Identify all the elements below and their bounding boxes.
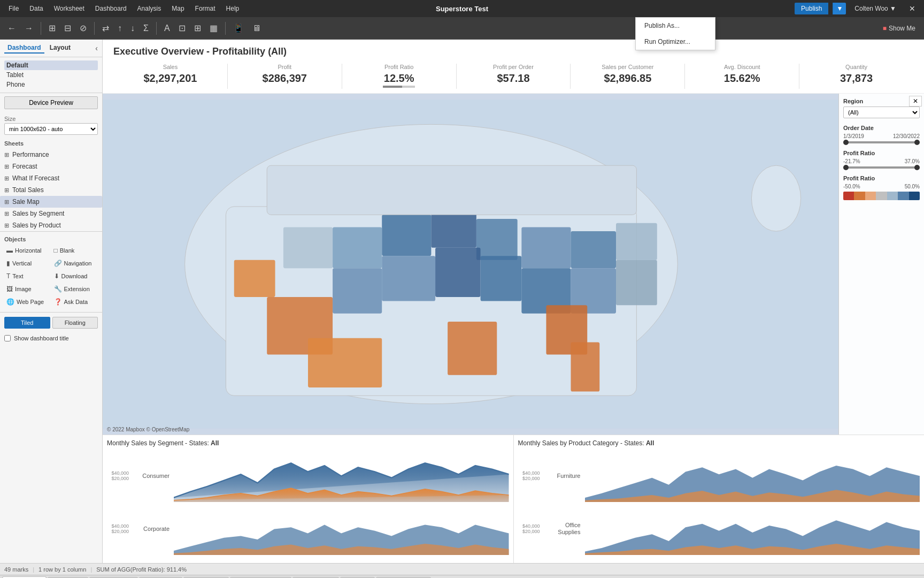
desktop-button[interactable]: 🖥 bbox=[249, 21, 264, 35]
menu-file[interactable]: File bbox=[4, 3, 23, 14]
sheet-whatif[interactable]: ⊞ What If Forecast bbox=[0, 172, 102, 184]
object-image[interactable]: 🖼 Image bbox=[4, 283, 51, 295]
sheet-totalsales[interactable]: ⊞ Total Sales bbox=[0, 184, 102, 196]
filter-date-title: Order Date bbox=[843, 125, 920, 131]
profit-slider-track[interactable] bbox=[843, 166, 920, 169]
date-slider-track[interactable] bbox=[843, 141, 920, 143]
kpi-row: Sales $2,297,201 Profit $286,397 Profit … bbox=[113, 64, 913, 89]
status-marks: 49 marks bbox=[4, 566, 28, 573]
profit-slider-thumb-left[interactable] bbox=[843, 165, 849, 170]
sidebar-collapse-button[interactable]: ‹ bbox=[95, 44, 98, 52]
object-blank[interactable]: □ Blank bbox=[52, 245, 98, 256]
svg-rect-11 bbox=[571, 231, 616, 268]
device-preview-button[interactable]: Device Preview bbox=[4, 96, 98, 109]
size-button[interactable]: ⊡ bbox=[175, 21, 189, 35]
sheet-icon: ⊞ bbox=[4, 163, 9, 170]
show-title-row: Show dashboard title bbox=[0, 333, 102, 344]
sheets-label: Sheets bbox=[0, 138, 102, 149]
menu-format[interactable]: Format bbox=[191, 3, 220, 14]
sheet-icon: ⊞ bbox=[4, 151, 9, 158]
menu-bar: File Data Worksheet Dashboard Analysis M… bbox=[0, 0, 924, 17]
sidebar: Dashboard Layout ‹ Default Tablet Phone … bbox=[0, 40, 103, 563]
show-me-toggle[interactable]: ■ Show Me bbox=[879, 22, 920, 34]
filter-legend-title: Profit Ratio bbox=[843, 175, 920, 181]
furniture-label: Furniture bbox=[542, 473, 585, 480]
forward-button[interactable]: → bbox=[21, 21, 36, 35]
user-menu[interactable]: Colten Woo ▼ bbox=[850, 3, 900, 14]
object-extension[interactable]: 🔧 Extension bbox=[52, 283, 98, 295]
floating-button[interactable]: Floating bbox=[52, 317, 98, 329]
fix-button[interactable]: ⊞ bbox=[191, 21, 204, 35]
object-download[interactable]: ⬇ Download bbox=[52, 270, 98, 282]
toolbar-separator-4 bbox=[225, 22, 226, 35]
back-button[interactable]: ← bbox=[4, 21, 19, 35]
sheet-icon: ⊞ bbox=[4, 199, 9, 206]
svg-rect-9 bbox=[521, 227, 571, 268]
corporate-chart[interactable] bbox=[174, 503, 509, 555]
date-slider-thumb-right[interactable] bbox=[914, 140, 920, 145]
close-button[interactable]: ✕ bbox=[905, 2, 920, 15]
tiled-button[interactable]: Tiled bbox=[4, 317, 50, 329]
tab-dashboard[interactable]: Dashboard bbox=[4, 43, 44, 54]
sheet-icon: ⊞ bbox=[4, 175, 9, 182]
object-webpage[interactable]: 🌐 Web Page bbox=[4, 296, 51, 308]
consumer-chart[interactable] bbox=[174, 450, 509, 502]
sheet-performance[interactable]: ⊞ Performance bbox=[0, 149, 102, 161]
object-text[interactable]: T Text bbox=[4, 270, 51, 282]
size-select[interactable]: min 1000x620 - auto bbox=[4, 123, 98, 135]
sort-asc-button[interactable]: ↑ bbox=[114, 21, 125, 35]
publish-as-item[interactable]: Publish As... bbox=[636, 18, 715, 34]
map-visualization[interactable] bbox=[103, 94, 924, 435]
device-tablet[interactable]: Tablet bbox=[4, 70, 98, 80]
date-slider-thumb-left[interactable] bbox=[843, 140, 849, 145]
menu-dashboard[interactable]: Dashboard bbox=[91, 3, 131, 14]
sheet-icon: ⊞ bbox=[4, 187, 9, 194]
duplicate-button[interactable]: ⊟ bbox=[61, 21, 74, 35]
publish-button[interactable]: Publish bbox=[795, 3, 828, 14]
officesupplies-chart[interactable] bbox=[585, 503, 920, 555]
sheet-forecast[interactable]: ⊞ Forecast bbox=[0, 161, 102, 172]
label-button[interactable]: A bbox=[161, 21, 173, 35]
tab-layout[interactable]: Layout bbox=[47, 43, 74, 54]
phone-button[interactable]: 📱 bbox=[230, 21, 247, 35]
run-optimizer-item[interactable]: Run Optimizer... bbox=[636, 34, 715, 50]
new-sheet-button[interactable]: ⊞ bbox=[45, 21, 59, 35]
sort-desc-button[interactable]: ↓ bbox=[127, 21, 138, 35]
object-vertical[interactable]: ▮ Vertical bbox=[4, 257, 51, 269]
device-default[interactable]: Default bbox=[4, 60, 98, 70]
view-button[interactable]: ▦ bbox=[206, 21, 221, 35]
homeoffice-chart[interactable] bbox=[174, 556, 509, 563]
profit-slider-thumb-right[interactable] bbox=[914, 165, 920, 170]
sheet-salesbysegment[interactable]: ⊞ Sales by Segment bbox=[0, 208, 102, 219]
object-navigation[interactable]: 🔗 Navigation bbox=[52, 257, 98, 269]
device-phone[interactable]: Phone bbox=[4, 80, 98, 89]
sum-button[interactable]: Σ bbox=[140, 21, 152, 35]
publish-arrow-button[interactable]: ▼ bbox=[833, 3, 846, 14]
sheet-salemap[interactable]: ⊞ Sale Map bbox=[0, 196, 102, 208]
sheet-salesbyproduct[interactable]: ⊞ Sales by Product bbox=[0, 219, 102, 231]
map-close-button[interactable]: ✕ bbox=[909, 96, 922, 107]
furniture-chart[interactable] bbox=[585, 450, 920, 502]
show-title-checkbox[interactable] bbox=[4, 335, 11, 341]
menu-help[interactable]: Help bbox=[222, 3, 244, 14]
technology-chart[interactable] bbox=[585, 556, 920, 563]
sheet-icon: ⊞ bbox=[4, 210, 9, 217]
filter-region-title: Region bbox=[843, 98, 920, 104]
menu-analysis[interactable]: Analysis bbox=[133, 3, 166, 14]
chart-row-corporate: $40,000 $20,000 Corporate bbox=[107, 503, 509, 555]
status-bar: 49 marks | 1 row by 1 column | SUM of AG… bbox=[0, 563, 924, 575]
object-horizontal[interactable]: ▬ Horizontal bbox=[4, 245, 51, 256]
filter-region-select[interactable]: (All) bbox=[843, 107, 920, 118]
main-layout: Dashboard Layout ‹ Default Tablet Phone … bbox=[0, 40, 924, 563]
swap-button[interactable]: ⇄ bbox=[99, 21, 112, 35]
object-askdata[interactable]: ❓ Ask Data bbox=[52, 296, 98, 308]
sheet-label: Sales by Segment bbox=[12, 210, 64, 217]
filter-date-range: 1/3/2019 12/30/2022 bbox=[843, 133, 920, 139]
menu-map[interactable]: Map bbox=[167, 3, 188, 14]
filter-order-date: Order Date 1/3/2019 12/30/2022 bbox=[843, 125, 920, 143]
kpi-sales: Sales $2,297,201 bbox=[113, 64, 228, 89]
menu-data[interactable]: Data bbox=[25, 3, 47, 14]
kpi-avg-discount: Avg. Discount 15.62% bbox=[685, 64, 799, 89]
menu-worksheet[interactable]: Worksheet bbox=[50, 3, 89, 14]
clear-button[interactable]: ⊘ bbox=[76, 21, 90, 35]
